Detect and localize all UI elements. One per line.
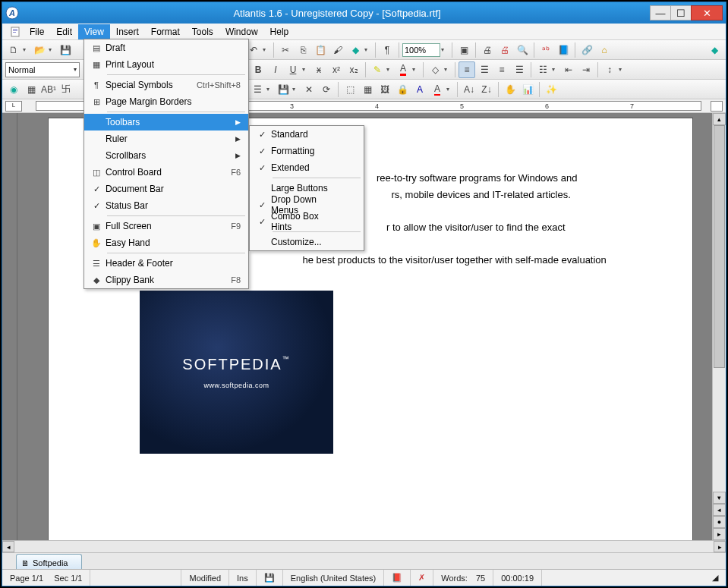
menu-help[interactable]: Help bbox=[264, 24, 295, 39]
resize-grip[interactable]: ◢ bbox=[704, 570, 726, 586]
document-tab[interactable]: 🗎 Softpedia bbox=[16, 554, 82, 569]
align-center-button[interactable]: ☰ bbox=[476, 61, 493, 78]
ext-text[interactable]: A bbox=[411, 81, 428, 98]
thesaurus-button[interactable]: 📘 bbox=[555, 42, 572, 58]
scroll-up-button[interactable]: ▴ bbox=[713, 113, 726, 125]
menu-item-document-bar[interactable]: Document Bar bbox=[84, 181, 248, 197]
status-language[interactable]: English (United States) bbox=[283, 570, 385, 586]
paste-button[interactable]: 📋 bbox=[312, 42, 329, 58]
ext-wand[interactable]: ✨ bbox=[543, 81, 559, 98]
ext-hand[interactable]: ✋ bbox=[502, 81, 518, 98]
subscript-button[interactable]: x₂ bbox=[345, 61, 362, 78]
menu-item-standard[interactable]: Standard bbox=[250, 126, 364, 143]
menu-item-combo-box-hints[interactable]: Combo Box Hints bbox=[250, 213, 364, 230]
ext-stats[interactable]: 📊 bbox=[519, 81, 536, 98]
next-page-button[interactable]: ▸ bbox=[713, 528, 726, 540]
menu-item-customize-[interactable]: Customize... bbox=[250, 234, 364, 250]
ext-dd1[interactable]: ▾ bbox=[266, 86, 274, 93]
clear-format-button[interactable]: ◇ bbox=[427, 61, 443, 78]
prev-page-button[interactable]: ◂ bbox=[713, 504, 726, 516]
italic-button[interactable]: I bbox=[267, 61, 284, 78]
zoom-combo[interactable] bbox=[402, 43, 440, 57]
new-button[interactable]: 🗋 bbox=[5, 42, 22, 58]
ext-openlist[interactable]: ☰ bbox=[249, 81, 266, 98]
horizontal-scrollbar[interactable]: ◂ ▸ bbox=[2, 540, 726, 552]
font-color-dropdown[interactable]: ▾ bbox=[412, 66, 420, 73]
scroll-left-button[interactable]: ◂ bbox=[2, 541, 14, 552]
clear-format-dropdown[interactable]: ▾ bbox=[444, 66, 452, 73]
menu-item-easy-hand[interactable]: ✋Easy Hand bbox=[84, 234, 248, 251]
ext-btn-2[interactable]: ▦ bbox=[23, 81, 39, 98]
spellcheck-button[interactable]: ᵃᵇ bbox=[537, 42, 554, 58]
open-dropdown[interactable]: ▾ bbox=[49, 46, 56, 53]
clippy-dropdown[interactable]: ▾ bbox=[364, 46, 372, 53]
align-left-button[interactable]: ≡ bbox=[459, 61, 475, 78]
vertical-scrollbar[interactable]: ▴ ▾ ◂ ● ▸ bbox=[712, 113, 726, 540]
tab-selector[interactable]: L bbox=[5, 101, 22, 112]
status-spell-icon[interactable]: ✗ bbox=[411, 570, 433, 586]
status-page[interactable]: Page 1/1 Sec 1/1 bbox=[2, 570, 90, 586]
cut-button[interactable]: ✂ bbox=[277, 42, 294, 58]
font-color-button[interactable]: A bbox=[395, 61, 411, 78]
status-book-icon[interactable]: 📕 bbox=[384, 570, 411, 586]
menu-item-control-board[interactable]: ◫Control BoardF6 bbox=[84, 164, 248, 181]
ext-btn-1[interactable]: ◉ bbox=[5, 81, 22, 98]
fullscreen-button[interactable]: ▣ bbox=[455, 42, 472, 58]
menu-tools[interactable]: Tools bbox=[186, 24, 219, 39]
status-ins[interactable]: Ins bbox=[229, 570, 257, 586]
scroll-thumb[interactable] bbox=[714, 125, 725, 368]
ext-close[interactable]: ✕ bbox=[301, 81, 317, 98]
menu-item-status-bar[interactable]: Status Bar bbox=[84, 197, 248, 214]
menu-format[interactable]: Format bbox=[145, 24, 186, 39]
maximize-button[interactable]: ☐ bbox=[670, 5, 692, 20]
menu-edit[interactable]: Edit bbox=[50, 24, 78, 39]
ext-dd2[interactable]: ▾ bbox=[292, 86, 300, 93]
menu-insert[interactable]: Insert bbox=[110, 24, 145, 39]
style-combo[interactable]: Normal ▾ bbox=[5, 62, 80, 77]
bold-button[interactable]: B bbox=[250, 61, 266, 78]
copy-button[interactable]: ⎘ bbox=[295, 42, 311, 58]
menu-item-toolbars[interactable]: Toolbars▶ bbox=[84, 114, 248, 130]
menu-item-extended[interactable]: Extended bbox=[250, 159, 364, 176]
line-spacing-dropdown[interactable]: ▾ bbox=[619, 66, 626, 73]
undo-dropdown[interactable]: ▾ bbox=[263, 46, 270, 53]
bullets-button[interactable]: ☷ bbox=[534, 61, 551, 78]
ext-image[interactable]: 🖼 bbox=[377, 81, 393, 98]
indent-button[interactable]: ⇥ bbox=[578, 61, 594, 78]
underline-dropdown[interactable]: ▾ bbox=[302, 66, 310, 73]
menu-item-page-margin-borders[interactable]: ⊞Page Margin Borders bbox=[84, 93, 248, 110]
menu-item-print-layout[interactable]: ▦Print Layout bbox=[84, 56, 248, 73]
outdent-button[interactable]: ⇤ bbox=[560, 61, 577, 78]
scroll-down-button[interactable]: ▾ bbox=[713, 492, 726, 504]
status-save-icon[interactable]: 💾 bbox=[257, 570, 283, 586]
vertical-ruler[interactable] bbox=[2, 113, 17, 540]
status-words[interactable]: Words: 75 bbox=[433, 570, 493, 586]
document-icon[interactable] bbox=[7, 24, 24, 39]
highlight-button[interactable]: ✎ bbox=[369, 61, 386, 78]
clippy-bank-button[interactable]: ◆ bbox=[347, 42, 364, 58]
bullets-dropdown[interactable]: ▾ bbox=[552, 66, 559, 73]
save-button[interactable]: 💾 bbox=[57, 42, 74, 58]
menu-item-formatting[interactable]: Formatting bbox=[250, 143, 364, 159]
ext-reload[interactable]: ⟳ bbox=[318, 81, 335, 98]
ext-lock[interactable]: 🔒 bbox=[394, 81, 411, 98]
menu-view[interactable]: View bbox=[78, 24, 110, 39]
new-dropdown[interactable]: ▾ bbox=[23, 46, 30, 53]
underline-button[interactable]: U bbox=[285, 61, 301, 78]
zoom-dropdown[interactable]: ▾ bbox=[441, 46, 449, 53]
close-button[interactable]: ✕ bbox=[691, 5, 723, 20]
menu-window[interactable]: Window bbox=[219, 24, 264, 39]
ext-save[interactable]: 💾 bbox=[275, 81, 292, 98]
menu-item-draft[interactable]: ▤Draft bbox=[84, 39, 248, 56]
browse-object-button[interactable]: ● bbox=[713, 516, 726, 528]
align-justify-button[interactable]: ☰ bbox=[511, 61, 528, 78]
open-button[interactable]: 📂 bbox=[31, 42, 48, 58]
menu-item-ruler[interactable]: Ruler▶ bbox=[84, 130, 248, 147]
hyperlink-button[interactable]: 🔗 bbox=[578, 42, 595, 58]
ext-sort-asc[interactable]: A↓ bbox=[461, 81, 477, 98]
print-button[interactable]: 🖨 bbox=[479, 42, 496, 58]
superscript-button[interactable]: x² bbox=[328, 61, 345, 78]
ext-colortext[interactable]: A bbox=[429, 81, 446, 98]
print2-button[interactable]: 🖨 bbox=[496, 42, 513, 58]
menu-item-clippy-bank[interactable]: ◆Clippy BankF8 bbox=[84, 272, 248, 288]
